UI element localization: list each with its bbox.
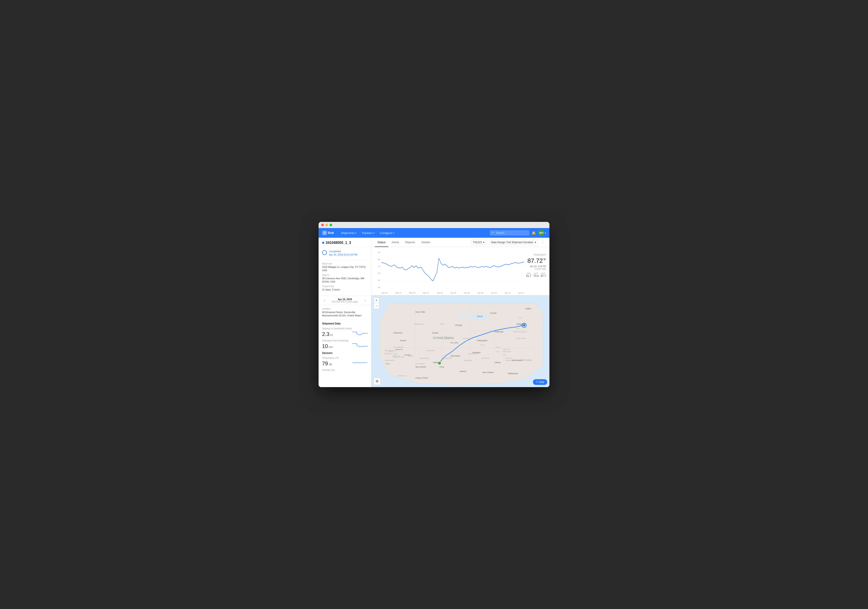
svg-text:MISSISSIPPI: MISSISSIPPI: [442, 357, 452, 359]
search-icon: 🔍: [491, 231, 495, 234]
svg-text:New Orleans: New Orleans: [482, 371, 494, 374]
layers-button[interactable]: [374, 378, 381, 385]
distance-value: 2.3mi: [322, 332, 333, 337]
mac-window: tive Shipments ▾ Trackers ▾ Configure ▾ …: [319, 222, 549, 387]
minimize-button[interactable]: [326, 224, 328, 226]
svg-text:Dallas: Dallas: [433, 362, 439, 363]
tab-status[interactable]: Status: [375, 238, 388, 247]
chart-area: 90 80 70 60 50 40: [371, 247, 549, 295]
tracker-id: T42223: [473, 241, 482, 244]
humidity-label: Humidity (%): [322, 369, 367, 371]
nav-date: Apr 15, 2019: [332, 298, 358, 301]
tab-details[interactable]: Details: [419, 238, 433, 247]
nav-logo[interactable]: tive: [322, 230, 334, 235]
nav-trackers-label: Trackers: [362, 231, 373, 235]
layers-icon: [375, 380, 379, 383]
svg-text:Tallahassee: Tallahassee: [508, 373, 518, 375]
data-range-chevron: ▾: [535, 241, 536, 244]
nav-configure[interactable]: Configure ▾: [377, 228, 397, 238]
svg-text:N.C.: N.C.: [503, 354, 507, 356]
maximize-button[interactable]: [330, 224, 332, 226]
nav-trackers[interactable]: Trackers ▾: [359, 228, 377, 238]
logo-icon: [322, 230, 327, 235]
svg-text:NEW YORK: NEW YORK: [516, 337, 526, 339]
timeline-item: Completed Apr 15, 2019 03:21:59 PM: [322, 250, 367, 257]
svg-text:CAROLINA: CAROLINA: [502, 351, 512, 352]
svg-text:INDIANA: INDIANA: [463, 337, 470, 339]
bell-icon[interactable]: 🔔: [532, 231, 536, 235]
map-area: Sioux Falls Cheyenne Denver Omaha Chicag…: [371, 295, 549, 387]
temp-metric: Temperature (°F) 79.86: [322, 357, 367, 366]
main-content: 341048050_1_3 Completed Apr 15, 2019 03:…: [319, 238, 549, 387]
search-input[interactable]: [490, 230, 529, 235]
info-section: Ship From 2416 Malaga Ln, League City, T…: [319, 260, 371, 296]
temp-ago: 2 years ago: [535, 267, 546, 270]
svg-text:COLORADO: COLORADO: [393, 346, 403, 348]
svg-text:NEW: NEW: [393, 353, 397, 355]
zoom-out-button[interactable]: −: [374, 303, 379, 309]
humidity-metric: Humidity (%): [322, 369, 367, 371]
svg-text:LOUISIANA: LOUISIANA: [415, 363, 425, 365]
svg-text:Omaha: Omaha: [432, 332, 439, 334]
sensors-title: Sensors: [322, 351, 367, 355]
ship-to-row: Ship To 38 Cameron Ave #200, Cambridge, …: [322, 274, 367, 284]
svg-point-1: [324, 232, 325, 233]
ship-from-row: Ship From 2416 Malaga Ln, League City, T…: [322, 263, 367, 272]
status-dot: [322, 242, 324, 244]
data-title: Shipment Data: [322, 322, 367, 325]
nav-configure-chevron: ▾: [393, 232, 394, 234]
svg-text:KENTUCKY: KENTUCKY: [468, 353, 478, 355]
svg-text:Shreveport: Shreveport: [451, 355, 460, 357]
svg-text:Chicago: Chicago: [455, 324, 462, 326]
svg-text:Corpus Christi: Corpus Christi: [415, 377, 428, 379]
svg-text:IOWA: IOWA: [440, 323, 444, 325]
close-button[interactable]: [321, 224, 324, 226]
svg-text:ARKANSAS: ARKANSAS: [420, 357, 429, 359]
next-arrow[interactable]: ›: [363, 298, 367, 303]
tab-reports[interactable]: Reports: [403, 238, 418, 247]
kebab-menu[interactable]: ⋮: [540, 239, 546, 246]
svg-text:SOUTH: SOUTH: [505, 357, 512, 359]
svg-text:Atlanta: Atlanta: [494, 362, 501, 363]
ship-to-value: 38 Cameron Ave #200, Cambridge, MA 02140…: [322, 277, 367, 284]
svg-text:NEBRASKA: NEBRASKA: [414, 323, 424, 325]
nav-shipments-chevron: ▾: [355, 232, 356, 234]
nav-shipments-label: Shipments: [341, 231, 354, 235]
nav-shipments[interactable]: Shipments ▾: [338, 228, 359, 238]
svg-text:CHIHUAHUA: CHIHUAHUA: [384, 359, 395, 362]
avatar[interactable]: WH: [538, 230, 544, 236]
chart-svg-wrap: [381, 251, 524, 289]
avatar-chevron[interactable]: ▾: [545, 232, 546, 234]
distance-label: Distance to Destination (miles): [322, 327, 367, 330]
prev-arrow[interactable]: ‹: [322, 298, 327, 303]
svg-text:NEW: NEW: [389, 351, 393, 352]
eta-mini-chart: [352, 342, 367, 349]
temp-mini-chart: [352, 360, 367, 366]
svg-text:MEXICO: MEXICO: [384, 353, 392, 355]
svg-text:NORTH: NORTH: [503, 348, 510, 351]
svg-text:ILLINOIS: ILLINOIS: [442, 337, 449, 339]
ship-to-label: Ship To: [322, 274, 367, 277]
tab-alerts[interactable]: Alerts: [389, 238, 402, 247]
help-button[interactable]: ? Help: [533, 379, 547, 385]
svg-text:Paso: Paso: [386, 363, 390, 365]
svg-text:Bermuda: Bermuda: [521, 359, 532, 362]
zoom-in-button[interactable]: +: [374, 297, 379, 303]
svg-text:Sioux Falls: Sioux Falls: [415, 311, 425, 313]
left-panel: 341048050_1_3 Completed Apr 15, 2019 03:…: [319, 238, 371, 387]
svg-text:Pittsburgh: Pittsburgh: [494, 331, 504, 333]
transit-time-label: Transit Time: [322, 285, 367, 287]
navbar: tive Shipments ▾ Trackers ▾ Configure ▾ …: [319, 228, 549, 238]
temp-value-display: 79.86: [322, 361, 332, 366]
timeline-section: Completed Apr 15, 2019 03:21:59 PM: [319, 247, 371, 260]
data-range-select[interactable]: Data Range: Full Shipment Duration ▾: [489, 240, 538, 245]
tracker-select[interactable]: T42223 ▾: [471, 240, 487, 245]
svg-text:Cheyenne: Cheyenne: [393, 332, 402, 334]
svg-text:St. Louis: St. Louis: [451, 342, 459, 344]
svg-text:VA.: VA.: [497, 351, 499, 352]
temp-label: Temperature (°F): [322, 357, 367, 359]
svg-text:GEORGIA: GEORGIA: [481, 357, 490, 359]
svg-text:San Antonio: San Antonio: [415, 366, 426, 368]
stat-avg: AVG 73.4: [533, 272, 538, 277]
svg-text:Denver: Denver: [400, 339, 406, 342]
